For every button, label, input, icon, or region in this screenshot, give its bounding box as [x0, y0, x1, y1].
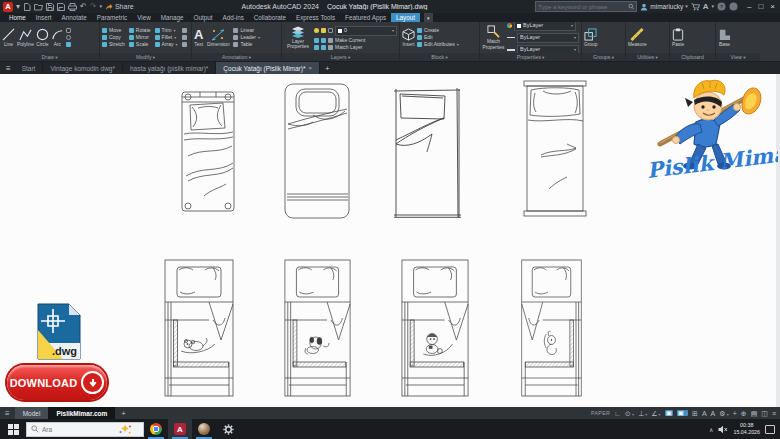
ribbon-tab-manage[interactable]: Manage: [156, 13, 189, 22]
quick-properties-icon[interactable]: ⊕: [741, 410, 747, 417]
cart-icon[interactable]: [691, 3, 700, 11]
help-search-input[interactable]: [538, 4, 626, 10]
fillet-tool[interactable]: Fillet: [155, 35, 178, 40]
layer-properties-tool[interactable]: Layer Properties: [284, 26, 312, 50]
bed-drawing-bunny[interactable]: [520, 258, 583, 398]
file-tab-start[interactable]: Start: [15, 62, 44, 74]
erase-tool[interactable]: [182, 28, 187, 33]
save-as-icon[interactable]: [57, 3, 65, 11]
layer-lock-icon[interactable]: [328, 28, 333, 33]
paper-space-label[interactable]: PAPER: [591, 410, 610, 416]
insert-block-tool[interactable]: Insert: [402, 28, 415, 47]
taskbar-settings-icon[interactable]: [216, 419, 240, 439]
edit-block-tool[interactable]: Edit: [417, 35, 459, 40]
color-bylayer-dropdown[interactable]: ByLayer: [514, 22, 576, 31]
leader-tool[interactable]: Leader: [233, 35, 260, 40]
ellipse-tool[interactable]: [66, 35, 71, 40]
action-center-icon[interactable]: [765, 425, 775, 434]
bed-drawing-puppy-2[interactable]: [283, 258, 352, 398]
bed-drawing-bear[interactable]: [400, 258, 470, 398]
text-tool[interactable]: A Text: [194, 28, 203, 47]
help-icon[interactable]: ?: [717, 2, 726, 11]
download-button[interactable]: DOWNLOAD: [7, 365, 107, 400]
ribbon-tab-addins[interactable]: Add-ins: [217, 13, 248, 22]
copy-tool[interactable]: Copy: [102, 35, 125, 40]
autocad-app-icon[interactable]: A: [3, 2, 13, 12]
grid-icon[interactable]: ∟: [614, 410, 621, 417]
modify-panel-label[interactable]: Modify: [100, 53, 191, 61]
app-menu-dropdown-icon[interactable]: ▾: [16, 3, 20, 11]
share-button[interactable]: Share: [105, 3, 134, 11]
workspace-gear-icon[interactable]: ⚙: [719, 410, 728, 417]
ribbon-tab-parametric[interactable]: Parametric: [92, 13, 132, 22]
scale-tool[interactable]: Scale: [129, 42, 151, 47]
autodesk-a-icon[interactable]: A: [703, 3, 709, 11]
close-button[interactable]: ×: [770, 2, 775, 11]
ribbon-tab-insert[interactable]: Insert: [31, 13, 57, 22]
redo-icon[interactable]: ↷: [90, 3, 97, 11]
file-tab-hasta-yatagi[interactable]: hasta yatağı (pislik mimar)*: [123, 62, 216, 74]
polar-tracking-icon[interactable]: ∠: [651, 410, 660, 417]
annotation-panel-label[interactable]: Annotation: [192, 53, 281, 61]
group-tool[interactable]: Group: [584, 28, 597, 47]
match-properties-tool[interactable]: Match Properties: [482, 25, 505, 50]
taskbar-app-icon[interactable]: [192, 419, 216, 439]
start-button[interactable]: [0, 424, 26, 435]
undo-icon[interactable]: ↶: [80, 3, 87, 11]
match-layer-tool[interactable]: Match Layer: [314, 45, 397, 50]
tray-expand-icon[interactable]: ∧: [709, 426, 713, 433]
polyline-tool[interactable]: Polyline: [17, 28, 34, 47]
close-tab-icon[interactable]: ×: [308, 65, 312, 71]
layout-menu-icon[interactable]: ≡: [0, 407, 15, 419]
snap-icon[interactable]: ⊙: [625, 410, 634, 417]
bed-drawing-sketch[interactable]: [393, 88, 462, 218]
lineweight-toggle-icon[interactable]: ⊞: [692, 410, 698, 417]
ribbon-tab-express-tools[interactable]: Express Tools: [291, 13, 340, 22]
object-snap-icon[interactable]: ▣: [677, 410, 688, 417]
lineweight-bylayer-dropdown[interactable]: ByLayer: [517, 45, 579, 54]
rotate-tool[interactable]: Rotate: [129, 28, 151, 33]
a-dropdown-icon[interactable]: ▾: [712, 4, 715, 9]
rectangle-tool[interactable]: [66, 28, 71, 33]
block-panel-label[interactable]: Block: [400, 53, 479, 61]
draw-panel-label[interactable]: Draw: [0, 53, 99, 61]
annotation-add-icon[interactable]: +: [733, 410, 737, 417]
clipboard-panel-label[interactable]: Clipboard: [670, 53, 715, 61]
bed-drawing-caster-plan[interactable]: [178, 88, 238, 215]
ribbon-tab-featured-apps[interactable]: Featured Apps: [340, 13, 391, 22]
arc-tool[interactable]: Arc: [51, 28, 64, 47]
annotation-visibility-icon[interactable]: A: [702, 410, 707, 417]
ribbon-tab-view[interactable]: View: [132, 13, 156, 22]
isolate-objects-icon[interactable]: ▤: [751, 410, 758, 417]
search-icon[interactable]: [628, 3, 634, 10]
ribbon-tab-output[interactable]: Output: [189, 13, 218, 22]
groups-panel-label[interactable]: Groups: [582, 53, 625, 61]
layer-freeze-icon[interactable]: [321, 28, 326, 33]
taskbar-autocad-icon[interactable]: A: [168, 419, 192, 439]
save-icon[interactable]: [46, 3, 54, 11]
layout-tab-pislikmimar[interactable]: PislikMimar.com: [48, 407, 115, 419]
volume-icon[interactable]: [718, 425, 728, 434]
plot-printer-icon[interactable]: [68, 3, 77, 11]
circle-tool[interactable]: Circle: [36, 28, 49, 47]
edit-attributes-tool[interactable]: Edit Attributes: [417, 42, 459, 47]
explode-tool[interactable]: [182, 35, 187, 40]
user-dropdown-icon[interactable]: ▾: [685, 4, 688, 9]
qat-dropdown-icon[interactable]: ▾: [99, 4, 102, 9]
model-tab[interactable]: Model: [15, 407, 49, 419]
drawing-canvas[interactable]: Pislik Mimar .dwg DOWNLOAD: [0, 74, 780, 407]
clean-screen-icon[interactable]: ◫: [761, 410, 768, 417]
measure-tool[interactable]: Measure: [628, 28, 647, 47]
line-tool[interactable]: Line: [2, 28, 15, 47]
file-tab-vintage-komodin[interactable]: Vintage komodin dwg*: [43, 62, 123, 74]
open-folder-icon[interactable]: [34, 3, 43, 11]
layer-select-dropdown[interactable]: 0: [335, 26, 397, 36]
notification-icon[interactable]: [729, 2, 738, 11]
layer-on-icon[interactable]: [314, 28, 319, 33]
dimension-tool[interactable]: Dimension: [205, 28, 231, 47]
make-current-tool[interactable]: Make Current: [314, 38, 397, 43]
layers-panel-label[interactable]: Layers: [282, 53, 399, 61]
linetype-bylayer-dropdown[interactable]: ByLayer: [517, 33, 579, 43]
base-tool[interactable]: Base: [718, 28, 731, 47]
isodraft-icon[interactable]: ▣: [665, 410, 673, 417]
